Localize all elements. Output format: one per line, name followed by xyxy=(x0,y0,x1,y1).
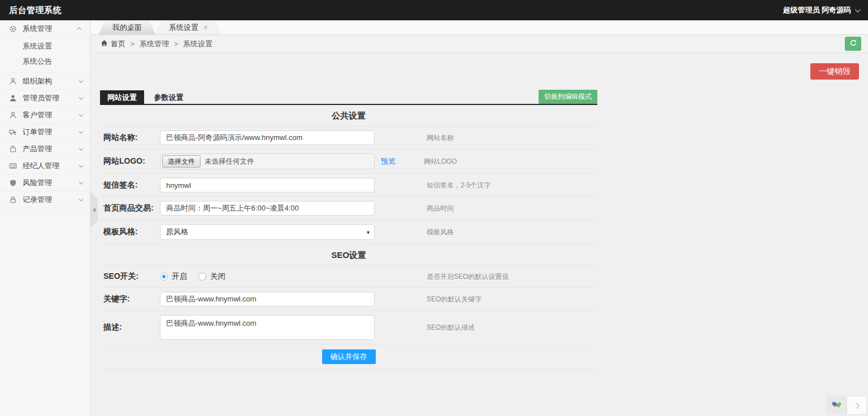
sidebar-item-system-mgmt[interactable]: 系统管理 xyxy=(0,20,90,37)
form-row-seo-switch: SEO开关: 开启 关闭 是否开启SEO的默认设置值 xyxy=(100,266,597,288)
tab-system-settings[interactable]: 系统设置 × xyxy=(155,20,222,34)
keywords-input[interactable] xyxy=(160,292,375,306)
sidebar-subitem-label: 系统设置 xyxy=(23,41,52,51)
breadcrumb-level1[interactable]: 系统管理 xyxy=(140,39,169,49)
file-status-label: 未选择任何文件 xyxy=(205,157,254,167)
form-row-sms-sign: 短信签名: 短信签名，2-5个汉字 xyxy=(100,174,597,197)
selected-option-label: 原风格 xyxy=(166,227,188,237)
sidebar-item-label: 风险管理 xyxy=(23,178,79,188)
description-textarea[interactable]: 巴顿商品-www.hnymwl.com xyxy=(160,315,375,340)
field-label: 短信签名: xyxy=(103,180,160,190)
sidebar-submenu-system: 系统设置 系统公告 xyxy=(0,37,90,73)
section-title-common: 公共设置 xyxy=(100,105,597,126)
user-menu[interactable]: 超级管理员 阿奇源码 xyxy=(783,5,859,15)
sidebar-item-system-announcement[interactable]: 系统公告 xyxy=(0,54,90,69)
field-description: SEO的默认描述 xyxy=(427,323,475,332)
person-filled-icon xyxy=(9,94,18,102)
sidebar-item-system-settings[interactable]: 系统设置 xyxy=(0,38,90,54)
seo-off-label[interactable]: 关闭 xyxy=(210,272,225,282)
field-description: 是否开启SEO的默认设置值 xyxy=(427,272,509,282)
switch-edit-mode-button[interactable]: 切换到编辑模式 xyxy=(539,90,597,104)
destroy-button[interactable]: 一键销毁 xyxy=(810,63,859,80)
field-label: 首页商品交易: xyxy=(103,203,160,213)
save-button[interactable]: 确认并保存 xyxy=(322,349,376,364)
sidebar-item-label: 系统管理 xyxy=(23,24,79,34)
sidebar-item-label: 记录管理 xyxy=(23,195,79,205)
shopping-bag-icon xyxy=(9,144,18,153)
sidebar-item-org[interactable]: 组织架构 xyxy=(0,73,90,90)
sms-sign-input[interactable] xyxy=(160,178,375,192)
tab-param-settings[interactable]: 参数设置 xyxy=(146,90,190,105)
chevron-down-icon xyxy=(79,179,83,184)
field-label: 描述: xyxy=(103,322,160,332)
template-style-select[interactable]: 原风格 ▾ xyxy=(160,224,375,240)
caret-down-icon: ▾ xyxy=(367,229,370,235)
logo-file-input[interactable]: 选择文件 未选择任何文件 xyxy=(160,154,375,169)
form-row-keywords: 关键字: SEO的默认关键字 xyxy=(100,288,597,311)
sidebar: 系统管理 系统设置 系统公告 组织架构 管理员管理 客户管理 xyxy=(0,20,90,416)
preview-link[interactable]: 预览 xyxy=(381,156,396,167)
chevron-down-icon xyxy=(79,146,83,150)
sidebar-item-label: 产品管理 xyxy=(23,144,79,154)
sidebar-subitem-label: 系统公告 xyxy=(23,56,52,67)
field-description: 商品时间 xyxy=(427,204,454,213)
chevron-down-icon xyxy=(79,78,83,82)
site-name-input[interactable] xyxy=(160,130,375,145)
field-label: SEO开关: xyxy=(103,272,160,282)
field-label: 关键字: xyxy=(103,294,160,304)
chevron-down-icon xyxy=(855,7,861,12)
sidebar-item-order-mgmt[interactable]: 订单管理 xyxy=(0,124,90,141)
seo-on-label[interactable]: 开启 xyxy=(172,272,187,282)
breadcrumb-separator: > xyxy=(174,40,178,48)
chevron-down-icon xyxy=(79,196,83,201)
triangle-left-icon xyxy=(93,208,96,212)
home-trade-input[interactable] xyxy=(160,201,375,216)
form-row-description: 描述: 巴顿商品-www.hnymwl.com SEO的默认描述 xyxy=(100,311,597,344)
sidebar-item-customer-mgmt[interactable]: 客户管理 xyxy=(0,107,90,124)
sidebar-item-admin-mgmt[interactable]: 管理员管理 xyxy=(0,90,90,107)
form-row-home-trade: 首页商品交易: 商品时间 xyxy=(100,197,597,220)
sidebar-item-label: 经纪人管理 xyxy=(23,161,79,171)
person-outline-icon xyxy=(9,77,18,85)
form-row-site-logo: 网站LOGO: 选择文件 未选择任何文件 预览 网站LOGO xyxy=(100,150,597,174)
breadcrumb-home[interactable]: 首页 xyxy=(101,39,125,49)
user-name-label: 超级管理员 阿奇源码 xyxy=(783,5,851,15)
tab-site-settings[interactable]: 网站设置 xyxy=(100,90,144,105)
seo-on-radio[interactable] xyxy=(160,273,168,281)
field-description: 模板风格 xyxy=(427,227,454,237)
breadcrumb-separator: > xyxy=(131,40,134,48)
refresh-icon xyxy=(849,39,857,49)
sidebar-item-label: 订单管理 xyxy=(23,127,79,137)
sidebar-item-product-mgmt[interactable]: 产品管理 xyxy=(0,141,90,157)
chevron-right-icon xyxy=(853,402,860,409)
field-label: 模板风格: xyxy=(103,227,160,237)
floating-widget xyxy=(826,396,867,415)
sidebar-item-risk-mgmt[interactable]: 风险管理 xyxy=(0,174,90,191)
gear-icon xyxy=(9,24,18,33)
sidebar-item-broker-mgmt[interactable]: 经纪人管理 xyxy=(0,157,90,174)
section-title-seo: SEO设置 xyxy=(100,244,597,266)
pinwheel-logo-icon[interactable] xyxy=(826,396,847,415)
lock-icon xyxy=(9,195,18,204)
breadcrumb-level2[interactable]: 系统设置 xyxy=(183,39,212,49)
shield-icon xyxy=(9,178,18,187)
refresh-button[interactable] xyxy=(845,37,861,51)
sidebar-item-record-mgmt[interactable]: 记录管理 xyxy=(0,191,90,208)
field-description: 短信签名，2-5个汉字 xyxy=(427,181,491,190)
close-icon[interactable]: × xyxy=(203,24,208,31)
choose-file-button[interactable]: 选择文件 xyxy=(162,155,201,168)
form-row-template-style: 模板风格: 原风格 ▾ 模板风格 xyxy=(100,220,597,244)
field-label: 网站LOGO: xyxy=(103,156,160,167)
sidebar-item-label: 管理员管理 xyxy=(23,93,79,103)
id-card-icon xyxy=(9,161,18,170)
seo-off-radio[interactable] xyxy=(198,273,206,281)
chevron-down-icon xyxy=(79,112,83,116)
field-description: SEO的默认关键字 xyxy=(427,295,481,304)
topbar: 后台管理系统 超级管理员 阿奇源码 xyxy=(0,0,868,20)
save-row: 确认并保存 xyxy=(100,344,597,370)
tab-my-desktop[interactable]: 我的桌面 xyxy=(99,20,155,34)
tab-label: 我的桌面 xyxy=(112,20,142,34)
truck-icon xyxy=(9,128,18,136)
next-button[interactable] xyxy=(847,396,867,415)
chevron-down-icon xyxy=(79,95,83,99)
